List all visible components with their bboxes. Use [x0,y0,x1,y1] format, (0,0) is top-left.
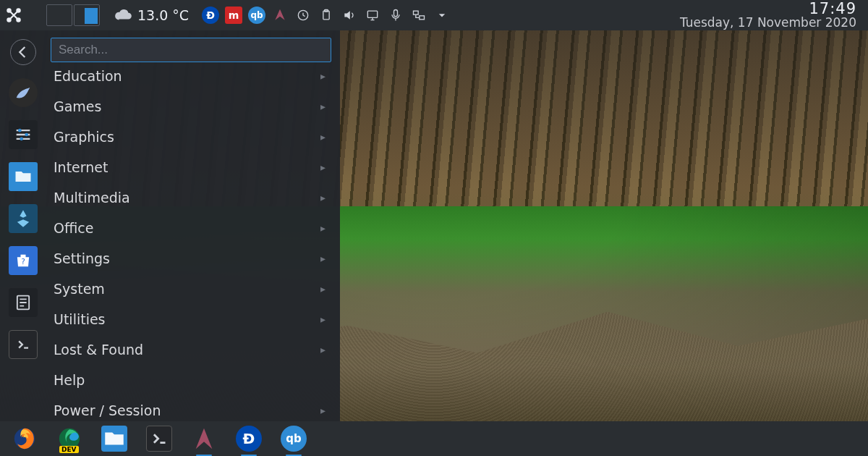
svg-rect-7 [367,11,377,17]
multipass-icon[interactable]: m [225,7,242,24]
back-button[interactable] [10,39,36,65]
clock-widget[interactable]: 17:49 Tuesday, 17 November 2020 [680,1,856,30]
category-lost-found[interactable]: Lost & Found▸ [49,334,337,365]
category-utilities[interactable]: Utilities▸ [49,304,337,334]
qbittorrent-icon[interactable]: qb [248,7,265,24]
chevron-right-icon: ▸ [320,192,326,203]
favorite-kate-editor[interactable] [9,288,38,317]
weather-cloud-icon [114,6,133,25]
chevron-right-icon: ▸ [320,405,326,416]
category-label: Games [54,98,101,114]
clipboard-icon[interactable] [318,7,335,24]
display-icon[interactable] [364,7,381,24]
category-settings[interactable]: Settings▸ [49,243,337,274]
category-label: Internet [54,159,108,175]
pager-desktop-1[interactable] [46,4,72,26]
category-label: Office [54,220,93,236]
category-label: Multimedia [54,190,130,206]
svg-rect-5 [323,11,329,20]
svg-point-13 [20,138,23,141]
dock-digibyte[interactable]: Ð [236,426,262,452]
category-system[interactable]: System▸ [49,274,337,304]
category-office[interactable]: Office▸ [49,213,337,243]
virtual-desktop-pager [46,4,100,26]
favorite-system-settings[interactable] [9,120,38,149]
pager-desktop-2[interactable] [74,4,100,26]
category-label: Settings [54,250,110,266]
chevron-right-icon: ▸ [320,131,326,143]
network-icon[interactable] [410,7,427,24]
search-input[interactable] [51,38,331,62]
favorite-konsole-terminal[interactable] [9,330,38,359]
favorite-falkon-browser[interactable] [9,78,38,107]
system-tray: Ð m qb [202,7,451,24]
chevron-right-icon: ▸ [320,161,326,173]
chevron-right-icon: ▸ [320,70,326,82]
category-games[interactable]: Games▸ [49,91,337,122]
dock-ravencoin[interactable] [191,426,217,452]
clock-time: 17:49 [680,1,856,17]
chevron-right-icon: ▸ [320,253,326,264]
svg-text:?: ? [21,257,25,266]
category-help[interactable]: Help [49,365,337,395]
chevron-right-icon: ▸ [320,283,326,295]
chevron-right-icon: ▸ [320,222,326,234]
dock-file-manager[interactable] [101,426,127,452]
svg-point-12 [25,133,28,137]
microphone-icon[interactable] [387,7,404,24]
application-launcher-button[interactable] [4,6,23,25]
category-graphics[interactable]: Graphics▸ [49,122,337,152]
volume-icon[interactable] [341,7,358,24]
menu-favorites-sidebar: ? [0,30,46,421]
category-label: System [54,281,105,297]
favorite-file-manager[interactable] [9,162,38,191]
svg-rect-9 [414,11,419,14]
category-label: Graphics [54,129,114,145]
svg-point-11 [18,129,22,132]
tray-expand-icon[interactable] [433,7,451,24]
dock-firefox[interactable] [12,426,38,452]
dock-konsole-terminal[interactable] [146,426,172,452]
digibyte-icon[interactable]: Ð [202,7,219,24]
edge-dev-badge: DEV [59,446,79,453]
chevron-right-icon: ▸ [320,344,326,355]
category-label: Lost & Found [54,342,143,358]
pager-window-thumb [85,8,98,24]
task-dock: DEV Ð qb [0,421,868,456]
favorite-discover-store[interactable]: ? [9,246,38,275]
svg-rect-10 [420,16,425,20]
temperature-text: 13.0 °C [137,7,189,23]
updates-icon[interactable] [294,7,312,24]
weather-widget[interactable]: 13.0 °C [114,6,189,25]
chevron-right-icon: ▸ [320,101,326,112]
category-power-session[interactable]: Power / Session▸ [49,395,337,421]
menu-main: Education▸Games▸Graphics▸Internet▸Multim… [46,30,340,421]
category-label: Utilities [54,311,106,327]
chevron-right-icon: ▸ [320,313,326,325]
ravencoin-icon[interactable] [271,7,289,24]
svg-rect-8 [394,10,398,17]
dock-edge-dev[interactable]: DEV [56,426,82,452]
top-panel: 13.0 °C Ð m qb 17:49 Tuesd [0,0,868,30]
category-label: Education [54,68,122,84]
category-internet[interactable]: Internet▸ [49,152,337,182]
dock-qbittorrent[interactable]: qb [281,426,307,452]
application-menu: ? Education▸Games▸Graphics▸Internet▸Mult… [0,30,340,421]
clock-date: Tuesday, 17 November 2020 [680,17,856,30]
category-label: Power / Session [54,402,161,418]
favorite-kdenlive[interactable] [9,204,38,233]
category-label: Help [54,372,85,388]
category-education[interactable]: Education▸ [49,61,337,91]
category-multimedia[interactable]: Multimedia▸ [49,182,337,213]
category-list: Education▸Games▸Graphics▸Internet▸Multim… [49,61,337,421]
